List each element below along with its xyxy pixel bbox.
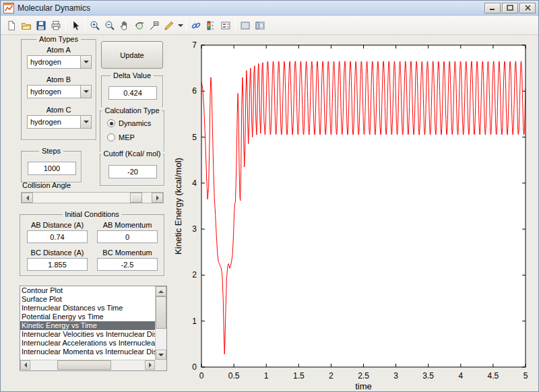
ab-distance-label: AB Distance (A) <box>26 221 89 229</box>
open-file-button[interactable] <box>19 18 34 33</box>
list-item-surface-plot[interactable]: Surface Plot <box>20 295 155 304</box>
zoom-out-button[interactable] <box>102 18 117 33</box>
insert-colorbar-button[interactable] <box>203 18 218 33</box>
minimize-icon <box>489 5 496 11</box>
collision-angle-slider-thumb[interactable] <box>130 193 142 203</box>
listbox-horizontal-scrollbar[interactable] <box>20 360 155 370</box>
listbox-vertical-scrollbar[interactable] <box>155 286 166 360</box>
chevron-down-icon <box>84 121 89 123</box>
zoom-out-icon <box>104 20 115 31</box>
toolbar-separator <box>235 20 236 32</box>
link-plot-button[interactable] <box>189 18 203 33</box>
svg-text:0: 0 <box>199 371 204 381</box>
hide-plot-tools-button[interactable] <box>238 18 253 33</box>
atom-c-dropdown-button[interactable] <box>80 116 91 128</box>
list-item-internuclear-distances[interactable]: Internuclear Distances vs Time <box>20 304 155 313</box>
horizontal-scroll-thumb[interactable] <box>57 360 111 370</box>
arrow-left-icon <box>24 362 27 368</box>
list-item-potential-energy[interactable]: Potential Energy vs Time <box>20 313 155 321</box>
scroll-up-button[interactable] <box>156 286 166 296</box>
svg-text:6: 6 <box>192 86 197 96</box>
atom-b-dropdown-button[interactable] <box>80 86 91 98</box>
scrollbar-corner <box>155 360 166 370</box>
svg-text:1: 1 <box>192 317 197 326</box>
close-icon <box>525 5 531 11</box>
svg-text:5: 5 <box>192 133 197 142</box>
pan-hand-icon <box>119 20 130 31</box>
delta-value-legend: Delta Value <box>110 71 154 79</box>
scroll-down-button[interactable] <box>156 350 166 360</box>
atom-c-value: hydrogen <box>30 118 61 126</box>
list-item-contour-plot[interactable]: Contour Plot <box>20 286 155 295</box>
save-figure-button[interactable] <box>34 18 49 33</box>
zoom-in-icon <box>90 20 100 31</box>
atom-a-dropdown-button[interactable] <box>80 56 91 68</box>
bc-distance-field[interactable] <box>27 258 88 271</box>
pointer-arrow-icon <box>70 20 81 31</box>
svg-text:3.5: 3.5 <box>422 371 434 381</box>
data-cursor-icon <box>149 20 160 31</box>
svg-text:time: time <box>355 381 372 390</box>
rotate-3d-button[interactable] <box>132 18 147 33</box>
steps-field[interactable] <box>28 162 76 175</box>
arrow-up-icon <box>158 290 164 293</box>
show-plot-tools-button[interactable] <box>253 18 267 33</box>
radio-dynamics[interactable]: Dynamics <box>107 119 151 127</box>
new-figure-button[interactable] <box>4 18 19 33</box>
list-item-internuclear-momenta[interactable]: Internuclear Momenta vs Internuclear Dis… <box>20 348 155 356</box>
zoom-in-button[interactable] <box>88 18 102 33</box>
slider-right-arrow-button[interactable] <box>152 193 163 203</box>
collision-angle-label: Collision Angle <box>22 181 71 189</box>
scroll-left-button[interactable] <box>20 360 30 370</box>
radio-mep[interactable]: MEP <box>107 133 135 141</box>
radio-unselected-icon <box>107 133 115 141</box>
title-bar: Molecular Dynamics <box>1 1 538 15</box>
list-item-internuclear-accelerations[interactable]: Internuclear Accelerations vs Internucle… <box>20 339 155 348</box>
atom-b-dropdown[interactable]: hydrogen <box>27 85 92 98</box>
update-button[interactable]: Update <box>101 41 163 69</box>
atom-c-dropdown[interactable]: hydrogen <box>27 115 92 129</box>
printer-icon <box>51 20 61 31</box>
scroll-right-button[interactable] <box>145 360 155 370</box>
plot-type-list: Contour Plot Surface Plot Internuclear D… <box>20 286 155 359</box>
brush-data-button[interactable] <box>162 18 177 33</box>
bc-momentum-field[interactable] <box>97 258 158 271</box>
edit-plot-button[interactable] <box>68 18 83 33</box>
toolbar-separator <box>186 20 187 32</box>
chevron-down-icon <box>84 90 89 93</box>
radio-mep-label: MEP <box>119 133 135 141</box>
svg-text:3: 3 <box>393 371 398 381</box>
minimize-button[interactable] <box>484 3 501 13</box>
close-button[interactable] <box>519 3 536 13</box>
ab-distance-field[interactable] <box>27 230 88 243</box>
toolbar-separator <box>65 20 66 32</box>
app-window: Molecular Dynamics <box>0 0 539 392</box>
svg-text:0: 0 <box>192 362 197 372</box>
plot-type-listbox: Contour Plot Surface Plot Internuclear D… <box>20 286 167 371</box>
svg-text:1.5: 1.5 <box>293 371 305 381</box>
vertical-scroll-thumb[interactable] <box>156 296 166 329</box>
pan-button[interactable] <box>117 18 132 33</box>
arrow-down-icon <box>158 354 164 356</box>
atom-b-value: hydrogen <box>30 88 61 96</box>
brush-icon <box>164 20 175 31</box>
atom-a-dropdown[interactable]: hydrogen <box>27 55 92 69</box>
rotate-3d-icon <box>134 20 145 31</box>
svg-text:3: 3 <box>192 224 197 234</box>
collision-angle-slider[interactable] <box>21 192 164 203</box>
ab-momentum-field[interactable] <box>97 230 158 243</box>
arrow-right-icon <box>156 195 159 201</box>
list-item-kinetic-energy-selected[interactable]: Kinetic Energy vs Time <box>20 321 155 330</box>
cutoff-field[interactable] <box>108 165 157 178</box>
list-item-internuclear-velocities[interactable]: Internuclear Velocities vs Internuclear … <box>20 330 155 339</box>
slider-left-arrow-button[interactable] <box>22 193 33 203</box>
kinetic-energy-chart[interactable]: 00.511.522.533.544.5501234567timeKinetic… <box>172 36 536 390</box>
insert-legend-button[interactable] <box>218 18 233 33</box>
data-cursor-button[interactable] <box>147 18 162 33</box>
chevron-down-icon <box>178 24 183 27</box>
print-figure-button[interactable] <box>49 18 63 33</box>
atom-c-label: Atom C <box>22 106 96 114</box>
delta-value-field[interactable] <box>108 86 157 100</box>
brush-dropdown-button[interactable] <box>177 18 184 33</box>
maximize-button[interactable] <box>502 3 518 13</box>
